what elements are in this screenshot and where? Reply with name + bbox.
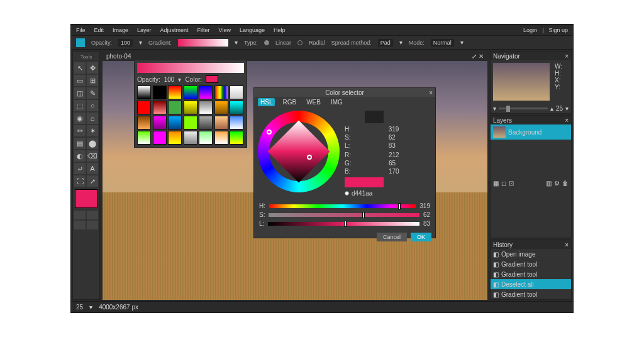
menu-help[interactable]: Help — [274, 27, 286, 33]
extra-tool[interactable] — [74, 211, 86, 219]
close-icon[interactable]: × — [565, 117, 569, 124]
tool-1[interactable]: ✥ — [87, 62, 98, 74]
popup-color-swatch[interactable] — [206, 75, 218, 83]
mask-icon[interactable]: ◻ — [501, 180, 506, 187]
tab-web[interactable]: WEB — [304, 98, 323, 106]
close-icon[interactable]: × — [565, 241, 569, 248]
gradient-swatch[interactable] — [199, 101, 213, 114]
navigator-thumbnail[interactable] — [493, 63, 550, 101]
sat-lum-handle[interactable] — [307, 155, 312, 160]
hue-handle[interactable] — [267, 130, 272, 135]
gradient-swatch[interactable] — [214, 86, 228, 99]
tool-0[interactable]: ↖ — [74, 62, 86, 74]
tool-8[interactable]: ◉ — [74, 113, 86, 124]
history-item[interactable]: ◧Gradient tool — [491, 289, 571, 299]
history-item[interactable]: ◧Gradient tool — [491, 269, 571, 279]
gradient-swatch[interactable] — [199, 131, 213, 145]
zoom-value[interactable]: 25 — [556, 105, 563, 112]
zoom-out-icon[interactable]: ▾ — [493, 105, 496, 112]
menu-adjustment[interactable]: Adjustment — [160, 27, 189, 33]
gradient-swatch[interactable] — [184, 131, 197, 145]
settings-icon[interactable]: ⚙ — [554, 180, 560, 187]
gradient-swatch[interactable] — [230, 131, 243, 145]
dropdown-icon[interactable]: ▾ — [565, 105, 569, 112]
gradient-swatch[interactable] — [137, 86, 151, 99]
spread-value[interactable]: Pad — [378, 39, 393, 47]
tool-15[interactable]: ⌫ — [87, 150, 98, 162]
gradient-swatch[interactable] — [137, 131, 151, 145]
gradient-swatch[interactable] — [199, 116, 213, 130]
g-value[interactable]: 65 — [389, 160, 431, 167]
h-value[interactable]: 319 — [389, 126, 431, 133]
hex-value[interactable]: d441aa — [352, 190, 372, 197]
gradient-swatch[interactable] — [184, 101, 197, 114]
dropdown-icon[interactable]: ▾ — [460, 39, 464, 46]
menu-file[interactable]: File — [76, 27, 86, 33]
layer-item[interactable]: Background — [491, 124, 571, 140]
opacity-value[interactable]: 100 — [118, 39, 133, 47]
tool-19[interactable]: ➚ — [87, 175, 98, 187]
gradient-swatch[interactable] — [153, 86, 167, 99]
duplicate-icon[interactable]: ⊡ — [509, 180, 514, 187]
l-value[interactable]: 83 — [389, 142, 431, 149]
extra-tool[interactable] — [87, 211, 98, 219]
close-tab-icon[interactable]: ✕ — [479, 53, 484, 60]
foreground-color-swatch[interactable] — [75, 189, 97, 208]
tool-3[interactable]: ⊞ — [87, 75, 98, 86]
signup-link[interactable]: Sign up — [548, 27, 568, 33]
hue-slider[interactable] — [269, 204, 416, 208]
tool-12[interactable]: ▤ — [74, 138, 86, 149]
gradient-swatch[interactable] — [230, 101, 243, 114]
gradient-swatch[interactable] — [153, 101, 167, 114]
menu-layer[interactable]: Layer — [137, 27, 152, 33]
gradient-swatch[interactable] — [230, 86, 243, 99]
tool-2[interactable]: ▭ — [74, 75, 86, 86]
gradient-swatch[interactable] — [153, 131, 167, 145]
tool-6[interactable]: ⬚ — [74, 100, 86, 111]
gradient-swatch[interactable] — [184, 86, 197, 99]
cancel-button[interactable]: Cancel — [377, 233, 407, 241]
extra-tool[interactable] — [87, 221, 98, 229]
menu-filter[interactable]: Filter — [197, 27, 210, 33]
collapse-icon[interactable]: ⤢ — [472, 53, 477, 60]
gradient-editor-preview[interactable] — [137, 63, 244, 73]
color-wheel[interactable] — [258, 111, 340, 192]
gradient-swatch[interactable] — [137, 116, 151, 130]
menu-view[interactable]: View — [219, 27, 231, 33]
tab-img[interactable]: IMG — [328, 98, 345, 106]
tool-18[interactable]: ⛶ — [74, 175, 86, 187]
new-layer-icon[interactable]: ▦ — [493, 180, 499, 187]
s-slider-value[interactable]: 62 — [423, 211, 430, 218]
h-slider-value[interactable]: 319 — [419, 202, 430, 209]
merge-icon[interactable]: ▥ — [546, 180, 552, 187]
menu-edit[interactable]: Edit — [94, 27, 104, 33]
gradient-preview[interactable] — [178, 39, 228, 47]
gradient-swatch[interactable] — [199, 86, 213, 99]
extra-tool[interactable] — [74, 221, 86, 229]
close-icon[interactable]: × — [429, 89, 433, 96]
menu-language[interactable]: Language — [240, 27, 265, 33]
radio-linear[interactable] — [264, 40, 269, 45]
close-icon[interactable]: × — [565, 53, 569, 60]
gradient-swatch[interactable] — [153, 116, 167, 130]
delete-icon[interactable]: 🗑 — [562, 180, 569, 187]
tool-9[interactable]: ⌂ — [87, 113, 98, 124]
gradient-swatch[interactable] — [168, 101, 182, 114]
b-value[interactable]: 170 — [389, 168, 431, 175]
gradient-swatch[interactable] — [214, 116, 228, 130]
tool-14[interactable]: ◐ — [74, 150, 86, 162]
dropdown-icon[interactable]: ▾ — [89, 304, 92, 311]
tool-16[interactable]: ⤾ — [74, 163, 86, 174]
history-item[interactable]: ◧Deselect all — [491, 279, 571, 289]
tool-10[interactable]: ✏ — [74, 125, 86, 136]
gradient-swatch[interactable] — [168, 86, 182, 99]
gradient-swatch[interactable] — [168, 116, 182, 130]
login-link[interactable]: Login — [523, 27, 537, 33]
menu-image[interactable]: Image — [113, 27, 128, 33]
popup-opacity-value[interactable]: 100 — [164, 76, 175, 83]
sat-slider[interactable] — [269, 213, 419, 217]
radio-radial[interactable] — [297, 40, 303, 45]
dropdown-icon[interactable]: ▾ — [139, 39, 142, 46]
tab-hsl[interactable]: HSL — [258, 98, 275, 106]
gradient-swatch[interactable] — [214, 131, 228, 145]
